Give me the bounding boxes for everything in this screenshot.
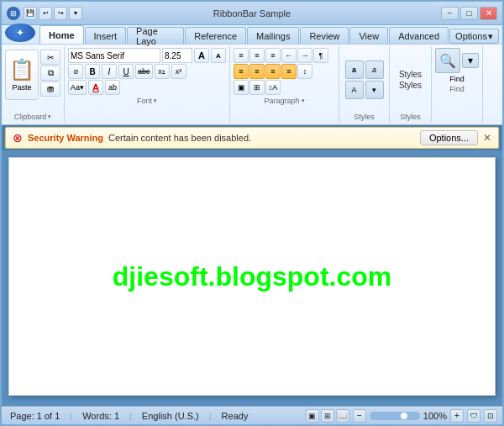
qa-undo-button[interactable]: ↩ <box>39 7 52 20</box>
tab-review[interactable]: Review <box>300 27 349 44</box>
style-item-2[interactable]: a <box>365 60 384 79</box>
status-right: ▣ ⊞ 📖 − 100% + 🛡 ⊡ <box>306 409 497 423</box>
zoom-level: 100% <box>423 411 447 421</box>
para-row-2: ≡ ≡ ≡ ≡ ↕ <box>234 64 335 79</box>
styles-text-group: Styles Styles Styles <box>390 46 432 123</box>
style-item-4[interactable]: ▾ <box>365 81 384 99</box>
font-grow-button[interactable]: A <box>194 48 209 63</box>
options-button[interactable]: Options ▾ <box>449 29 499 44</box>
paragraph-label: Paragraph ▾ <box>234 97 335 105</box>
security-options-button[interactable]: Options... <box>420 130 478 145</box>
font-expand[interactable]: ▾ <box>154 97 157 104</box>
zoom-out-button[interactable]: − <box>353 409 366 423</box>
sort-button[interactable]: ↕A <box>265 80 281 95</box>
format-painter-button[interactable]: ⛃ <box>40 82 60 97</box>
highlight-button[interactable]: ab <box>105 80 120 95</box>
qa-redo-button[interactable]: ↪ <box>54 7 67 20</box>
underline-button[interactable]: U <box>118 64 134 79</box>
security-close-button[interactable]: ✕ <box>483 132 491 144</box>
bullet-list-button[interactable]: ≡ <box>234 48 249 63</box>
font-name-input[interactable] <box>68 48 160 63</box>
change-case-button[interactable]: Aa▾ <box>68 80 87 95</box>
security-warning-bar: ⊗ Security Warning Certain content has b… <box>5 127 499 149</box>
qa-dropdown-button[interactable]: ▾ <box>69 7 82 20</box>
shield-icon[interactable]: 🛡 <box>467 409 480 423</box>
window-title: RibbonBar Sample <box>213 8 291 18</box>
cut-button[interactable]: ✂ <box>40 50 60 65</box>
tab-reference[interactable]: Reference <box>185 27 246 44</box>
clipboard-group-content: 📋 Paste ✂ ⧉ ⛃ <box>5 48 60 111</box>
line-spacing-button[interactable]: ↕ <box>297 64 312 79</box>
show-hide-button[interactable]: ¶ <box>313 48 328 63</box>
justify-button[interactable]: ≡ <box>281 64 297 79</box>
paste-button[interactable]: 📋 Paste <box>5 50 39 100</box>
zoom-in-button[interactable]: + <box>450 409 464 423</box>
align-right-button[interactable]: ≡ <box>265 64 281 79</box>
tab-view[interactable]: View <box>349 27 388 44</box>
resize-icon[interactable]: ⊡ <box>484 409 497 423</box>
paragraph-expand[interactable]: ▾ <box>302 97 305 104</box>
styles-group: a a A ▾ Styles <box>339 46 390 123</box>
office-button[interactable] <box>5 24 35 42</box>
find-group-label: Find <box>435 85 479 93</box>
styles-text-content: Styles Styles <box>399 48 422 111</box>
increase-indent-button[interactable]: → <box>297 48 312 63</box>
find-dropdown[interactable]: ▾ <box>462 53 479 68</box>
font-row-3: Aa▾ A ab <box>68 80 226 95</box>
qa-save-button[interactable]: 💾 <box>24 7 37 20</box>
view-read-icon[interactable]: 📖 <box>336 409 349 423</box>
font-controls: A A ⊘ B I U abc x₂ x² Aa▾ A <box>68 48 226 95</box>
font-clear-button[interactable]: ⊘ <box>68 64 83 79</box>
security-title: Security Warning <box>28 133 103 143</box>
tab-mailings[interactable]: Mailings <box>247 27 299 44</box>
close-button[interactable]: ✕ <box>480 7 497 20</box>
copy-button[interactable]: ⧉ <box>40 66 60 81</box>
font-size-input[interactable] <box>162 48 192 63</box>
paragraph-controls: ≡ ≡ ≡ ← → ¶ ≡ ≡ ≡ ≡ ↕ ▣ <box>234 48 335 95</box>
multilevel-list-button[interactable]: ≡ <box>265 48 281 63</box>
security-message: Certain content has been disabled. <box>108 133 415 143</box>
app-icon <box>7 7 20 20</box>
find-button[interactable]: 🔍 <box>435 48 460 73</box>
shading-button[interactable]: ▣ <box>234 80 249 95</box>
font-shrink-button[interactable]: A <box>211 48 226 63</box>
subscript-button[interactable]: x₂ <box>155 64 170 79</box>
zoom-slider-thumb[interactable] <box>400 412 408 420</box>
ribbon-content: 📋 Paste ✂ ⧉ ⛃ Clipboard ▾ <box>2 44 502 124</box>
view-web-icon[interactable]: ⊞ <box>321 409 334 423</box>
clipboard-expand[interactable]: ▾ <box>48 113 51 120</box>
font-label: Font ▾ <box>68 97 226 105</box>
para-row-3: ▣ ⊞ ↕A <box>234 80 335 95</box>
bold-button[interactable]: B <box>85 64 100 79</box>
paragraph-group: ≡ ≡ ≡ ← → ¶ ≡ ≡ ≡ ≡ ↕ ▣ <box>230 46 339 123</box>
word-count: Words: 1 <box>79 411 123 421</box>
tab-advanced[interactable]: Advanced <box>389 27 449 44</box>
align-center-button[interactable]: ≡ <box>249 64 265 79</box>
tab-home[interactable]: Home <box>39 25 84 44</box>
styles-grid: a a A ▾ <box>345 60 384 99</box>
style-item-3[interactable]: A <box>345 81 364 99</box>
italic-button[interactable]: I <box>102 64 117 79</box>
numbered-list-button[interactable]: ≡ <box>249 48 265 63</box>
find-row: 🔍 ▾ <box>435 48 479 73</box>
styles-text-bottom: Styles <box>393 113 428 121</box>
styles-icons-area: a a A ▾ <box>345 48 384 111</box>
decrease-indent-button[interactable]: ← <box>281 48 297 63</box>
strikethrough-button[interactable]: abc <box>135 64 153 79</box>
minimize-button[interactable]: − <box>441 7 459 20</box>
style-item-1[interactable]: a <box>345 60 364 79</box>
border-button[interactable]: ⊞ <box>249 80 265 95</box>
styles-group-label: Styles <box>354 113 375 121</box>
align-left-button[interactable]: ≡ <box>234 64 249 79</box>
tab-insert[interactable]: Insert <box>85 27 127 44</box>
zoom-slider[interactable] <box>370 412 420 420</box>
view-normal-icon[interactable]: ▣ <box>306 409 319 423</box>
font-color-button[interactable]: A <box>88 80 103 95</box>
maximize-button[interactable]: □ <box>460 7 478 20</box>
tab-page-layout[interactable]: Page Layo <box>127 27 184 44</box>
styles-text-label: Styles <box>399 70 422 79</box>
superscript-button[interactable]: x² <box>171 64 186 79</box>
document-page[interactable]: djiesoft.blogspot.com <box>8 157 496 396</box>
styles-text-label2: Styles <box>399 81 422 90</box>
styles-label: Styles <box>343 113 386 121</box>
